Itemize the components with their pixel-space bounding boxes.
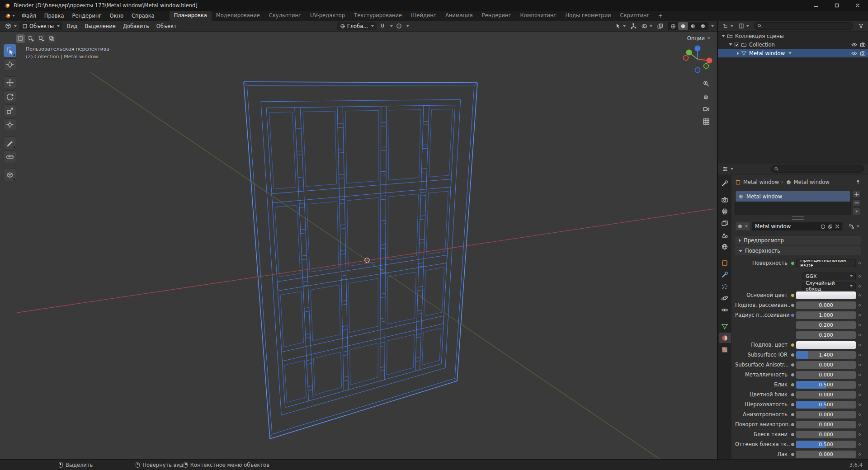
axis-y-negative[interactable]: [704, 64, 709, 69]
subsurface-method-dropdown[interactable]: Случайный обход: [802, 282, 856, 290]
tab-physics[interactable]: [719, 293, 731, 303]
animate-dot[interactable]: [859, 304, 861, 306]
eye-icon[interactable]: [851, 51, 857, 56]
tool-transform[interactable]: [4, 118, 16, 131]
render-camera-icon[interactable]: [860, 51, 866, 56]
mode-dropdown[interactable]: Объекты: [19, 22, 62, 30]
outliner-row-collection[interactable]: Collection: [718, 40, 868, 49]
workspace-tab[interactable]: Ноды геометрии: [561, 11, 615, 21]
panel-surface[interactable]: Поверхность: [735, 246, 861, 255]
animate-dot[interactable]: [859, 423, 861, 426]
animate-dot[interactable]: [859, 294, 861, 296]
shader-select-button[interactable]: Принципиальный BSDF: [796, 259, 856, 267]
value-slider[interactable]: 0.000: [796, 361, 856, 369]
select-mode-set-button[interactable]: [16, 34, 25, 43]
xray-toggle[interactable]: [655, 22, 665, 31]
animate-dot[interactable]: [859, 404, 861, 406]
select-mode-intersect-button[interactable]: [47, 34, 56, 43]
tool-add-cube[interactable]: [4, 169, 16, 181]
workspace-tab[interactable]: Скриптинг: [616, 11, 654, 21]
viewport-menu-item[interactable]: Вид: [63, 21, 81, 31]
value-slider[interactable]: 1.400: [796, 351, 856, 359]
animate-dot[interactable]: [859, 324, 861, 326]
menu-item[interactable]: Рендеринг: [68, 11, 106, 21]
value-slider[interactable]: 0.500: [796, 441, 856, 448]
value-field[interactable]: 1.000: [796, 311, 856, 319]
outliner-search-input[interactable]: [754, 22, 853, 30]
material-slot[interactable]: Metal window: [736, 191, 850, 202]
remove-slot-button[interactable]: [853, 199, 861, 207]
tab-object[interactable]: [719, 258, 731, 268]
tab-texture[interactable]: [719, 344, 731, 355]
gizmos-toggle[interactable]: [628, 22, 638, 31]
animate-dot[interactable]: [859, 394, 861, 396]
shading-material-button[interactable]: [688, 22, 698, 30]
snapping-toggle[interactable]: [377, 22, 387, 31]
animate-dot[interactable]: [859, 275, 861, 277]
value-field[interactable]: 0.200: [796, 321, 856, 329]
workspace-tab[interactable]: UV-редактор: [306, 11, 349, 21]
workspace-tab[interactable]: Рендеринг: [477, 11, 516, 21]
value-slider[interactable]: 0.000: [796, 451, 856, 458]
menu-item[interactable]: Окно: [105, 11, 127, 21]
value-slider[interactable]: 0.000: [796, 301, 856, 309]
material-browse-dropdown[interactable]: [735, 222, 750, 231]
duplicate-icon[interactable]: [828, 224, 833, 229]
workspace-tab[interactable]: Анимация: [441, 11, 477, 21]
viewport-menu-item[interactable]: Добавить: [119, 21, 153, 31]
value-slider[interactable]: 0.000: [796, 421, 856, 428]
material-link-dropdown[interactable]: [847, 222, 861, 231]
tab-tool[interactable]: [719, 178, 731, 188]
workspace-tab[interactable]: Планировка: [170, 11, 212, 21]
animate-dot[interactable]: [859, 314, 861, 316]
pin-icon[interactable]: [855, 179, 861, 185]
app-menu-button[interactable]: [2, 11, 18, 21]
shading-solid-button[interactable]: [678, 22, 688, 30]
outliner-row-metal-window[interactable]: Metal window: [718, 49, 868, 57]
collection-checkbox[interactable]: [734, 42, 739, 47]
outliner-filter-button[interactable]: [856, 22, 866, 31]
snapping-dropdown[interactable]: [388, 22, 393, 31]
navigation-gizmo[interactable]: [679, 41, 716, 77]
distribution-dropdown[interactable]: GGX: [802, 273, 856, 280]
animate-dot[interactable]: [859, 262, 861, 264]
render-camera-icon[interactable]: [860, 42, 866, 47]
value-slider[interactable]: 0.500: [796, 401, 856, 409]
shading-dropdown[interactable]: [709, 22, 714, 31]
menu-item[interactable]: Справка: [127, 11, 159, 21]
select-mode-extend-button[interactable]: [27, 34, 35, 43]
animate-dot[interactable]: [859, 414, 861, 416]
menu-item[interactable]: Правка: [40, 11, 68, 21]
axis-x-positive[interactable]: [707, 58, 712, 64]
expand-icon[interactable]: [722, 35, 725, 37]
tab-scene[interactable]: [719, 230, 731, 240]
animate-dot[interactable]: [859, 453, 861, 456]
value-slider[interactable]: 0.500: [796, 381, 856, 389]
animate-dot[interactable]: [859, 334, 861, 336]
slot-specials-button[interactable]: [853, 208, 861, 215]
fake-user-shield-icon[interactable]: [821, 224, 826, 229]
value-slider[interactable]: 0.000: [796, 371, 856, 379]
tab-object-data[interactable]: [719, 321, 731, 331]
color-swatch[interactable]: [796, 291, 856, 299]
workspace-tab[interactable]: Шейдинг: [406, 11, 441, 21]
animate-dot[interactable]: [859, 384, 861, 386]
add-workspace-button[interactable]: +: [654, 11, 667, 21]
close-button[interactable]: [847, 0, 868, 11]
proportional-editing-toggle[interactable]: [394, 22, 404, 31]
tab-output[interactable]: [719, 206, 731, 216]
workspace-tab[interactable]: Моделирование: [212, 11, 264, 21]
eye-icon[interactable]: [851, 42, 857, 47]
axis-x-negative[interactable]: [684, 56, 689, 61]
zoom-icon[interactable]: [701, 78, 712, 89]
animate-dot[interactable]: [859, 374, 861, 376]
workspace-tab[interactable]: Текстурирование: [349, 11, 406, 21]
animate-dot[interactable]: [859, 364, 861, 366]
list-resize-grip[interactable]: [792, 216, 804, 220]
expand-icon[interactable]: [729, 43, 732, 46]
menu-item[interactable]: Файл: [18, 11, 40, 21]
properties-search-input[interactable]: [771, 165, 864, 173]
tab-constraints[interactable]: [719, 305, 731, 315]
tab-particles[interactable]: [719, 281, 731, 291]
material-name-field[interactable]: Metal window: [752, 222, 843, 231]
